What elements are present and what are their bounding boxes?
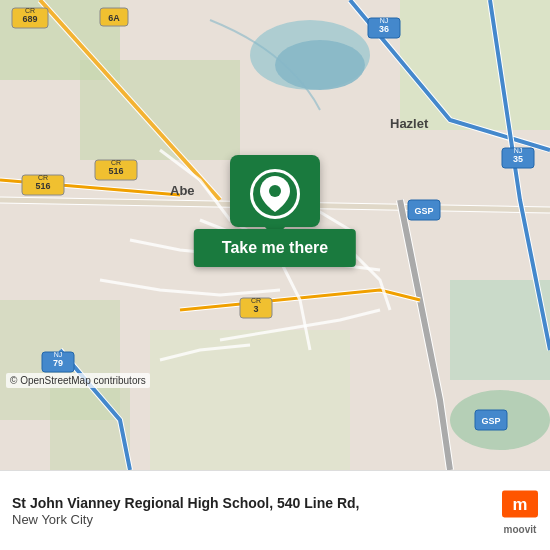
svg-text:m: m — [513, 495, 528, 514]
map-container: 689 CR 6A 36 NJ 35 NJ 516 CR 516 CR 3 CR… — [0, 0, 550, 470]
svg-text:36: 36 — [379, 24, 389, 34]
svg-text:689: 689 — [22, 14, 37, 24]
location-city: New York City — [12, 512, 492, 527]
svg-text:GSP: GSP — [481, 416, 500, 426]
svg-text:Abe: Abe — [170, 183, 195, 198]
location-pin — [230, 155, 320, 227]
svg-text:79: 79 — [53, 358, 63, 368]
info-text: St John Vianney Regional High School, 54… — [12, 494, 492, 527]
svg-text:CR: CR — [38, 174, 48, 181]
svg-rect-5 — [400, 0, 550, 130]
svg-text:6A: 6A — [108, 13, 120, 23]
moovit-logo-icon: m — [502, 486, 538, 522]
moovit-label: moovit — [504, 524, 537, 535]
svg-rect-6 — [450, 280, 550, 380]
info-bar: St John Vianney Regional High School, 54… — [0, 470, 550, 550]
svg-text:NJ: NJ — [514, 147, 523, 154]
svg-text:NJ: NJ — [380, 17, 389, 24]
moovit-logo: m moovit — [502, 486, 538, 535]
svg-text:CR: CR — [251, 297, 261, 304]
svg-text:Hazlet: Hazlet — [390, 116, 429, 131]
svg-text:GSP: GSP — [414, 206, 433, 216]
svg-point-40 — [269, 185, 281, 197]
map-pin-icon — [250, 169, 300, 219]
svg-text:35: 35 — [513, 154, 523, 164]
take-me-there-button[interactable]: Take me there — [194, 229, 356, 267]
svg-text:516: 516 — [35, 181, 50, 191]
pin-bubble — [230, 155, 320, 227]
svg-text:3: 3 — [253, 304, 258, 314]
svg-text:NJ: NJ — [54, 351, 63, 358]
location-name: St John Vianney Regional High School, 54… — [12, 494, 492, 512]
svg-text:CR: CR — [25, 7, 35, 14]
svg-rect-10 — [150, 330, 350, 470]
osm-attribution: © OpenStreetMap contributors — [6, 373, 150, 388]
svg-text:CR: CR — [111, 159, 121, 166]
svg-point-4 — [275, 40, 365, 90]
svg-text:516: 516 — [108, 166, 123, 176]
osm-attribution-text: © OpenStreetMap contributors — [10, 375, 146, 386]
